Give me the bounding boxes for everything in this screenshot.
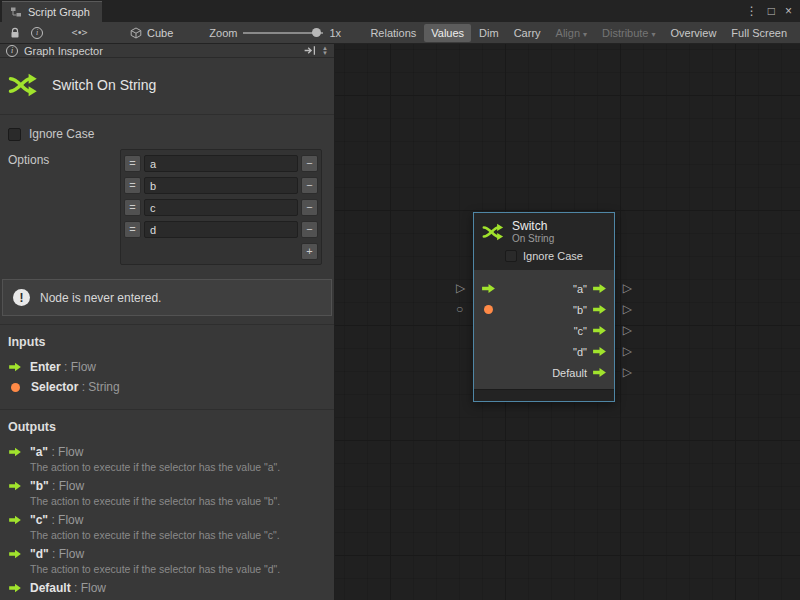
carry-button[interactable]: Carry: [507, 24, 548, 42]
flow-output-port[interactable]: ▷: [623, 366, 632, 378]
port-row-a: ▷ "a" ▷: [474, 278, 614, 299]
flow-arrow-icon: [8, 362, 22, 372]
zoom-slider-track: [243, 32, 323, 34]
info-toggle-button[interactable]: i: [26, 24, 48, 42]
remove-option-button[interactable]: −: [301, 199, 318, 216]
fullscreen-button[interactable]: Full Screen: [724, 24, 794, 42]
port-label: "c": [574, 325, 587, 337]
selector-input-port[interactable]: ○: [456, 303, 463, 315]
info-icon: i: [31, 27, 43, 39]
flow-arrow-icon: [8, 447, 22, 457]
output-item-d: "d" : Flow The action to execute if the …: [0, 544, 334, 578]
output-item-a: "a" : Flow The action to execute if the …: [0, 442, 334, 476]
drag-handle-icon[interactable]: =: [124, 177, 141, 194]
flow-output-port[interactable]: ▷: [623, 345, 632, 357]
maximize-icon[interactable]: □: [768, 4, 775, 18]
inputs-section: Inputs Enter : Flow Selector : String: [0, 324, 334, 401]
warning-box: ! Node is never entered.: [2, 279, 332, 316]
align-dropdown[interactable]: Align▾: [549, 24, 594, 42]
zoom-slider[interactable]: [243, 26, 323, 40]
zoom-value: 1x: [329, 27, 341, 39]
remove-option-button[interactable]: −: [301, 177, 318, 194]
option-row: = −: [124, 175, 318, 196]
overview-button[interactable]: Overview: [664, 24, 724, 42]
dim-button[interactable]: Dim: [472, 24, 506, 42]
inspector-header-title: Graph Inspector: [24, 45, 103, 57]
dock-panel-icon[interactable]: [303, 44, 316, 57]
node-footer: [474, 389, 614, 401]
chevron-down-icon: ▾: [652, 30, 656, 39]
node-subtitle: On String: [512, 233, 554, 244]
graph-target-button[interactable]: Cube: [124, 25, 179, 41]
ignore-case-checkbox[interactable]: [8, 128, 21, 141]
flow-output-port[interactable]: ▷: [623, 303, 632, 315]
flow-output-port[interactable]: ▷: [623, 324, 632, 336]
add-option-button[interactable]: +: [301, 243, 318, 260]
drag-handle-icon[interactable]: =: [124, 221, 141, 238]
drag-handle-icon[interactable]: =: [124, 199, 141, 216]
outputs-section: Outputs "a" : Flow The action to execute…: [0, 409, 334, 600]
close-icon[interactable]: ×: [785, 4, 792, 18]
input-item-selector: Selector : String: [0, 377, 334, 397]
remove-option-button[interactable]: −: [301, 155, 318, 172]
page-title: Switch On String: [52, 77, 156, 93]
switch-on-string-node[interactable]: Switch On String Ignore Case ▷ "a" ▷: [473, 212, 615, 402]
port-row-b: ○ "b" ▷: [474, 299, 614, 320]
panel-scroll-arrows[interactable]: ▲ ▼: [322, 46, 330, 56]
remove-option-button[interactable]: −: [301, 221, 318, 238]
switch-on-string-icon: [8, 70, 38, 100]
flow-arrow-icon: [592, 283, 607, 294]
port-label: Default: [552, 367, 587, 379]
output-item-default: Default : Flow: [0, 578, 334, 598]
port-row-c: "c" ▷: [474, 320, 614, 341]
unity-window: Script Graph ⋮ □ × i <∙> Cube Zoom: [0, 0, 800, 600]
drag-handle-icon[interactable]: =: [124, 155, 141, 172]
scroll-down-icon[interactable]: ▼: [322, 51, 328, 56]
port-row-default: Default ▷: [474, 362, 614, 383]
string-port-icon: [11, 383, 20, 392]
option-row: = −: [124, 219, 318, 240]
info-icon: i: [6, 45, 18, 57]
output-item-b: "b" : Flow The action to execute if the …: [0, 476, 334, 510]
output-description: The action to execute if the selector ha…: [30, 495, 280, 507]
flow-arrow-icon: [481, 283, 496, 294]
graph-inspector-panel: i Graph Inspector ▲ ▼ Switch On String I…: [0, 44, 335, 600]
lock-icon: [9, 27, 21, 39]
node-title-block: Switch On String: [0, 58, 334, 115]
option-input-2[interactable]: [144, 199, 298, 216]
tab-label: Script Graph: [28, 6, 90, 18]
zoom-label: Zoom: [209, 27, 237, 39]
window-menu-icon[interactable]: ⋮: [746, 4, 758, 18]
node-header: Switch On String: [474, 213, 614, 246]
option-input-0[interactable]: [144, 155, 298, 172]
output-description: The action to execute if the selector ha…: [30, 563, 280, 575]
options-list: = − = − = −: [120, 149, 322, 265]
inspector-header: i Graph Inspector ▲ ▼: [0, 44, 334, 58]
outputs-header: Outputs: [0, 416, 334, 442]
options-row: Options = − = − =: [0, 145, 334, 271]
port-label: "b": [573, 304, 587, 316]
node-ignore-case-row: Ignore Case: [474, 246, 614, 270]
values-button[interactable]: Values: [424, 24, 471, 42]
flow-output-port[interactable]: ▷: [623, 282, 632, 294]
zoom-control: Zoom 1x: [209, 26, 341, 40]
code-preview-button[interactable]: <∙>: [68, 24, 90, 42]
string-port-icon: [484, 305, 493, 314]
option-input-3[interactable]: [144, 221, 298, 238]
tab-script-graph[interactable]: Script Graph: [2, 1, 102, 22]
option-input-1[interactable]: [144, 177, 298, 194]
relations-button[interactable]: Relations: [363, 24, 423, 42]
flow-arrow-icon: [8, 583, 22, 593]
flow-input-port[interactable]: ▷: [456, 282, 465, 294]
zoom-slider-thumb[interactable]: [312, 28, 321, 37]
flow-arrow-icon: [592, 304, 607, 315]
tab-bar: Script Graph ⋮ □ ×: [0, 0, 800, 22]
port-label: "a": [573, 283, 587, 295]
lock-button[interactable]: [4, 24, 26, 42]
distribute-dropdown[interactable]: Distribute▾: [595, 24, 662, 42]
ignore-case-row: Ignore Case: [0, 115, 334, 145]
switch-on-string-icon: [482, 221, 504, 243]
graph-canvas[interactable]: Switch On String Ignore Case ▷ "a" ▷: [335, 44, 800, 600]
ignore-case-checkbox[interactable]: [505, 250, 517, 262]
options-label: Options: [8, 149, 120, 167]
